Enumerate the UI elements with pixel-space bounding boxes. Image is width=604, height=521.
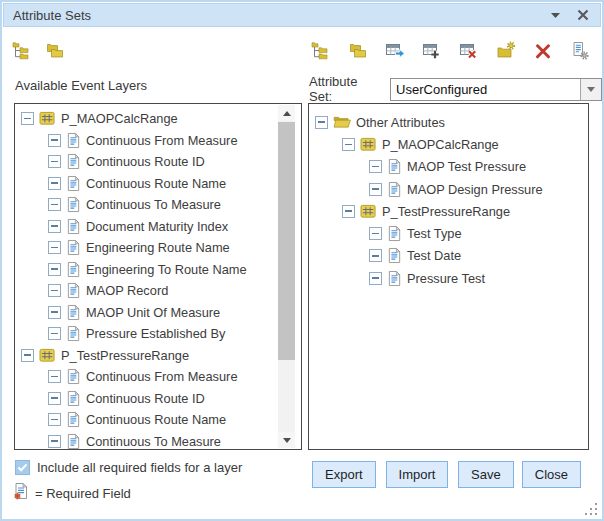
tree-row[interactable]: Engineering To Route Name — [15, 259, 276, 281]
collapse-toggle[interactable] — [48, 263, 61, 276]
tree-row[interactable]: P_MAOPCalcRange — [15, 108, 276, 130]
available-layers-tree: P_MAOPCalcRangeContinuous From MeasureCo… — [15, 104, 276, 449]
vertical-scrollbar[interactable] — [278, 105, 295, 448]
titlebar[interactable]: Attribute Sets — [3, 3, 601, 27]
collapse-toggle[interactable] — [48, 198, 61, 211]
include-required-fields-checkbox[interactable] — [15, 460, 30, 475]
collapse-toggle[interactable] — [21, 349, 34, 362]
tree-row[interactable]: Pressure Established By — [15, 323, 276, 345]
tree-row[interactable]: Test Date — [309, 245, 588, 267]
scrollbar-thumb[interactable] — [278, 122, 295, 360]
tree-row[interactable]: Pressure Test — [309, 267, 588, 289]
toolbar-button-red-x[interactable] — [534, 40, 556, 62]
tree-row[interactable]: Document Maturity Index — [15, 216, 276, 238]
tree-row[interactable]: Continuous To Measure — [15, 194, 276, 216]
collapse-toggle[interactable] — [369, 160, 382, 173]
tree-item-label: Continuous To Measure — [86, 434, 221, 449]
tree-row[interactable]: Continuous To Measure — [15, 431, 276, 450]
tree-row[interactable]: Continuous From Measure — [15, 130, 276, 152]
tree-item-label: Document Maturity Index — [86, 219, 228, 234]
collapse-toggle[interactable] — [48, 284, 61, 297]
collapse-toggle[interactable] — [48, 134, 61, 147]
toolbar-button-folders[interactable] — [46, 40, 68, 62]
tree-item-label: P_TestPressureRange — [382, 204, 510, 219]
close-icon[interactable] — [575, 7, 591, 23]
collapse-toggle[interactable] — [48, 155, 61, 168]
save-button[interactable]: Save — [458, 461, 514, 488]
field-icon — [66, 433, 81, 449]
tree-row[interactable]: P_TestPressureRange — [309, 200, 588, 222]
toolbar-button-document-gear[interactable] — [571, 40, 593, 62]
tree-item-label: Continuous Route ID — [86, 154, 205, 169]
toolbar-button-table-arrow[interactable] — [386, 40, 408, 62]
tree-folders-icon — [311, 41, 331, 61]
field-icon — [66, 132, 81, 149]
import-button[interactable]: Import — [386, 461, 449, 488]
tree-row[interactable]: Continuous Route ID — [15, 151, 276, 173]
triangle-up-icon — [283, 111, 291, 116]
collapse-toggle[interactable] — [48, 435, 61, 448]
toolbar-right — [312, 40, 593, 62]
scroll-down-button[interactable] — [278, 432, 295, 448]
collapse-toggle[interactable] — [369, 249, 382, 262]
tree-item-label: Test Type — [407, 226, 462, 241]
field-icon — [66, 368, 81, 385]
table-x-icon — [459, 41, 479, 61]
save-close-buttons: Save Close — [458, 461, 581, 488]
toolbar-button-table-x[interactable] — [460, 40, 482, 62]
scroll-up-button[interactable] — [278, 105, 295, 121]
collapse-toggle[interactable] — [369, 183, 382, 196]
collapse-toggle[interactable] — [21, 112, 34, 125]
collapse-toggle[interactable] — [48, 241, 61, 254]
tree-row[interactable]: MAOP Test Pressure — [309, 156, 588, 178]
folder-gear-icon — [496, 41, 516, 61]
attribute-set-dropdown[interactable]: UserConfigured — [390, 78, 602, 101]
collapse-toggle[interactable] — [48, 413, 61, 426]
toolbar-button-tree-folders[interactable] — [13, 40, 35, 62]
collapse-toggle[interactable] — [369, 227, 382, 240]
tree-row[interactable]: P_TestPressureRange — [15, 345, 276, 367]
tree-row[interactable]: Other Attributes — [309, 111, 588, 133]
toolbar-button-folder-gear[interactable] — [497, 40, 519, 62]
include-required-row: Include all required fields for a layer — [15, 460, 242, 475]
resize-grip-icon[interactable] — [584, 502, 597, 515]
collapse-toggle[interactable] — [342, 138, 355, 151]
toolbar-button-tree-folders[interactable] — [312, 40, 334, 62]
chevron-down-icon — [587, 87, 595, 92]
collapse-toggle[interactable] — [369, 272, 382, 285]
field-icon — [66, 196, 81, 213]
collapse-toggle[interactable] — [48, 392, 61, 405]
tree-row[interactable]: Test Type — [309, 222, 588, 244]
table-arrow-icon — [385, 41, 405, 61]
field-icon — [66, 411, 81, 428]
tree-row[interactable]: MAOP Design Pressure — [309, 178, 588, 200]
tree-item-label: MAOP Test Pressure — [407, 159, 526, 174]
collapse-toggle[interactable] — [48, 220, 61, 233]
tree-row[interactable]: P_MAOPCalcRange — [309, 133, 588, 155]
export-button[interactable]: Export — [312, 461, 376, 488]
toolbar-button-table-plus[interactable] — [423, 40, 445, 62]
toolbar-button-folders[interactable] — [349, 40, 371, 62]
close-button[interactable]: Close — [522, 461, 581, 488]
caret-down-icon[interactable] — [547, 7, 563, 23]
collapse-toggle[interactable] — [48, 327, 61, 340]
red-x-icon — [533, 41, 553, 61]
attribute-set-control: Attribute Set: UserConfigured — [309, 74, 602, 104]
tree-row[interactable]: MAOP Record — [15, 280, 276, 302]
event-layer-icon — [39, 111, 56, 126]
tree-row[interactable]: Continuous Route ID — [15, 388, 276, 410]
collapse-toggle[interactable] — [315, 116, 328, 129]
collapse-toggle[interactable] — [48, 177, 61, 190]
dropdown-button[interactable] — [580, 79, 601, 100]
table-plus-icon — [422, 41, 442, 61]
tree-row[interactable]: MAOP Unit Of Measure — [15, 302, 276, 324]
collapse-toggle[interactable] — [342, 205, 355, 218]
event-layer-icon — [360, 137, 377, 152]
tree-row[interactable]: Continuous Route Name — [15, 409, 276, 431]
collapse-toggle[interactable] — [48, 370, 61, 383]
collapse-toggle[interactable] — [48, 306, 61, 319]
tree-row[interactable]: Continuous Route Name — [15, 173, 276, 195]
tree-item-label: Pressure Established By — [86, 326, 225, 341]
tree-row[interactable]: Continuous From Measure — [15, 366, 276, 388]
tree-row[interactable]: Engineering Route Name — [15, 237, 276, 259]
